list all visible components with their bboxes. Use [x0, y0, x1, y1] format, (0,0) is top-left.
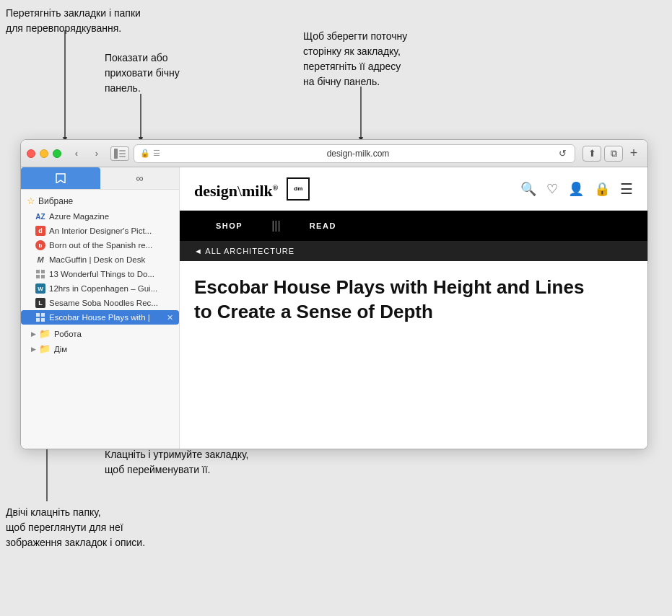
sidebar-toggle-button[interactable] [110, 146, 129, 161]
svg-rect-20 [36, 318, 40, 322]
favicon-wp: W [35, 283, 45, 294]
user-icon[interactable]: 👤 [568, 181, 584, 197]
maximize-button[interactable] [53, 149, 61, 158]
folder-label-robota: Робота [54, 330, 82, 338]
favorites-label: Вибране [38, 196, 73, 206]
star-icon: ☆ [27, 195, 35, 206]
annotation-bottom-left: Клацніть і утримуйте закладку, щоб перей… [105, 447, 249, 478]
svg-rect-15 [41, 270, 45, 273]
nav-divider: ||| [264, 219, 287, 232]
annotation-top-left: Перетягніть закладки і папки для перевпо… [6, 6, 141, 36]
bookmark-text-12hrs: 12hrs in Copenhagen – Gui... [49, 284, 173, 293]
heart-icon[interactable]: ♡ [546, 181, 558, 197]
bookmark-text-13wonderful: 13 Wonderful Things to Do... [49, 270, 173, 278]
bookmark-text-born: Born out of the Spanish re... [49, 241, 173, 250]
svg-rect-16 [36, 275, 40, 278]
svg-rect-18 [36, 313, 40, 317]
svg-rect-12 [119, 153, 126, 154]
toolbar-right: ⬆ ⧉ + [582, 146, 642, 162]
back-button[interactable]: ‹ [69, 146, 84, 162]
annotation-bottom-far-left: Двічі клацніть папку, щоб переглянути дл… [6, 505, 145, 550]
bookmark-item-azure[interactable]: AZ Azure Magazine [21, 209, 179, 224]
article-header: Escobar House Plays with Height and Line… [180, 261, 647, 332]
main-content: design\milk® dm 🔍 ♡ 👤 🔒 ☰ SHOP ||| [180, 167, 647, 449]
annotation-top-center: Показати або приховати бічну панель. [105, 50, 180, 96]
svg-rect-17 [41, 275, 45, 278]
url-text: design-milk.com [163, 149, 553, 159]
lock-icon[interactable]: 🔒 [594, 181, 610, 197]
svg-rect-21 [41, 318, 45, 322]
site-logo: design\milk® [194, 182, 278, 201]
delete-bookmark-button[interactable]: ✕ [167, 313, 173, 322]
bookmark-item-born[interactable]: b Born out of the Spanish re... [21, 238, 179, 252]
folder-arrow-dim: ▶ [31, 346, 36, 353]
bookmark-text-interior: An Interior Designer's Pict... [49, 226, 173, 235]
new-tab-button[interactable]: + [626, 146, 642, 162]
bookmark-text-macguffin: MacGuffin | Desk on Desk [49, 255, 173, 264]
menu-icon[interactable]: ☰ [620, 180, 633, 198]
site-icons: 🔍 ♡ 👤 🔒 ☰ [520, 180, 633, 198]
logo-box: dm [287, 177, 310, 201]
favicon-b: b [35, 240, 45, 250]
bookmark-item-12hrs[interactable]: W 12hrs in Copenhagen – Gui... [21, 281, 179, 296]
folder-icon-dim: 📁 [39, 343, 51, 354]
sidebar-content: ☆ Вибране AZ Azure Magazine d An Interio… [21, 190, 179, 359]
minimize-button[interactable] [40, 149, 48, 158]
share-button[interactable]: ⬆ [582, 146, 601, 162]
svg-rect-13 [119, 156, 126, 157]
favicon-escobar [35, 312, 45, 322]
site-header: design\milk® dm 🔍 ♡ 👤 🔒 ☰ [180, 167, 647, 211]
svg-rect-10 [114, 149, 118, 159]
bookmark-item-interior[interactable]: d An Interior Designer's Pict... [21, 224, 179, 238]
reload-button[interactable]: ↺ [556, 147, 569, 160]
search-icon[interactable]: 🔍 [520, 181, 536, 197]
bookmark-item-escobar[interactable]: Escobar House Plays with | ✕ [21, 310, 179, 325]
browser-window: ‹ › 🔒 ☰ design-milk.com ↺ ⬆ ⧉ + [20, 139, 648, 449]
traffic-lights [27, 149, 61, 158]
favorites-section-header[interactable]: ☆ Вибране [21, 193, 179, 209]
annotation-top-right: Щоб зберегти поточну сторінку як закладк… [303, 29, 407, 89]
tab-overview-button[interactable]: ⧉ [604, 146, 623, 162]
browser-body: ∞ ☆ Вибране AZ Azure Magazine d An Inter… [21, 167, 647, 449]
tab-bookmarks[interactable] [21, 167, 100, 189]
arch-bar[interactable]: ◄ ALL ARCHITECTURE [180, 241, 647, 261]
close-button[interactable] [27, 149, 35, 158]
favicon-grid [35, 269, 45, 279]
favicon-az: AZ [35, 211, 45, 221]
bookmark-item-sesame[interactable]: L Sesame Soba Noodles Rec... [21, 296, 179, 310]
arch-bar-text: ◄ ALL ARCHITECTURE [194, 247, 294, 255]
logo-dm-text: dm [294, 185, 302, 192]
article-title: Escobar House Plays with Height and Line… [194, 276, 613, 325]
svg-rect-14 [36, 270, 40, 273]
folder-arrow-robota: ▶ [31, 330, 36, 338]
forward-button[interactable]: › [89, 146, 105, 162]
nav-shop[interactable]: SHOP [194, 221, 264, 230]
favicon-d: d [35, 226, 45, 236]
logo-text: design\milk® [194, 182, 278, 201]
folder-label-dim: Дім [54, 345, 67, 353]
favicon-m: M [35, 255, 45, 265]
address-bar[interactable]: 🔒 ☰ design-milk.com ↺ [134, 144, 575, 163]
site-nav: SHOP ||| READ [180, 211, 647, 241]
folder-item-dim[interactable]: ▶ 📁 Дім [21, 341, 179, 356]
bookmark-text-azure: Azure Magazine [49, 212, 173, 221]
sidebar-tabs: ∞ [21, 167, 179, 190]
folder-item-robota[interactable]: ▶ 📁 Робота [21, 326, 179, 341]
bookmark-item-13wonderful[interactable]: 13 Wonderful Things to Do... [21, 267, 179, 281]
svg-rect-19 [41, 313, 45, 317]
favicon-l: L [35, 298, 45, 308]
reader-icon: ☰ [153, 149, 160, 158]
title-bar: ‹ › 🔒 ☰ design-milk.com ↺ ⬆ ⧉ + [21, 140, 647, 167]
folder-icon-robota: 📁 [39, 328, 51, 339]
svg-rect-11 [119, 150, 126, 151]
sidebar: ∞ ☆ Вибране AZ Azure Magazine d An Inter… [21, 167, 180, 449]
nav-read[interactable]: READ [288, 221, 358, 230]
bookmark-text-escobar: Escobar House Plays with | [49, 313, 164, 322]
tab-reading-list[interactable]: ∞ [100, 167, 180, 189]
bookmark-text-sesame: Sesame Soba Noodles Rec... [49, 299, 173, 307]
bookmark-item-macguffin[interactable]: M MacGuffin | Desk on Desk [21, 252, 179, 267]
lock-icon: 🔒 [140, 149, 150, 158]
